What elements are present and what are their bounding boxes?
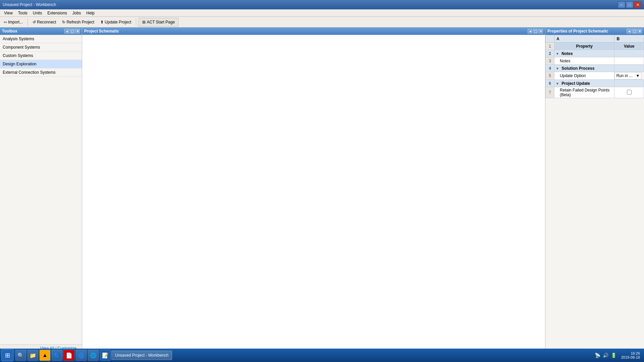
schematic-header: Project Schematic ◂ ⬚ ✕ [82, 27, 545, 35]
taskbar-icon-1[interactable]: 🔍 [15, 350, 26, 361]
act-start-page-tab[interactable]: ⊞ ACT Start Page [139, 18, 178, 26]
import-button[interactable]: ⇦ Import... [1, 18, 25, 26]
menu-tools[interactable]: Tools [15, 10, 30, 16]
taskbar-icon-8[interactable]: 📝 [100, 350, 111, 361]
table-row: 4 ▼ Solution Process [546, 65, 644, 72]
toolbox-controls: ◂ ⬚ ✕ [64, 29, 80, 34]
schematic-restore-button[interactable]: ⬚ [533, 29, 538, 34]
schematic-area[interactable] [82, 35, 545, 352]
row-num-6: 6 [546, 80, 554, 87]
collapse-icon-3[interactable]: ▼ [556, 82, 559, 85]
properties-close-button[interactable]: ✕ [637, 29, 642, 34]
import-icon: ⇦ [4, 20, 7, 24]
table-row: 6 ▼ Project Update [546, 80, 644, 87]
menu-extensions[interactable]: Extensions [45, 10, 70, 16]
taskbar-right: 📡 🔊 🔋 16:26 2019-08-18 [594, 351, 643, 359]
refresh-icon: ↻ [62, 20, 65, 24]
toolbar-separator-2 [136, 18, 136, 26]
toolbox-item-analysis-systems[interactable]: Analysis Systems [0, 35, 82, 43]
title-bar: Unsaved Project - Workbench ─ □ ✕ [0, 0, 644, 9]
act-icon: ⊞ [142, 20, 146, 24]
dropdown-arrow-icon: ▼ [636, 73, 640, 78]
toolbox-header: Toolbox ◂ ⬚ ✕ [0, 27, 82, 35]
toolbox-item-custom-systems[interactable]: Custom Systems [0, 52, 82, 60]
refresh-project-button[interactable]: ↻ Refresh Project [60, 18, 97, 26]
value-col-header: Value [614, 43, 644, 50]
table-row: 1 Property Value [546, 43, 644, 50]
properties-header: Properties of Project Schematic ◂ ⬚ ✕ [545, 27, 644, 35]
collapse-icon-2[interactable]: ▼ [556, 67, 559, 70]
toolbox-restore-button[interactable]: ⬚ [70, 29, 74, 34]
toolbox-title: Toolbox [2, 29, 17, 34]
reconnect-button[interactable]: ↺ Reconnect [30, 18, 58, 26]
reconnect-icon: ↺ [33, 20, 36, 24]
table-row: 2 ▼ Notes [546, 50, 644, 57]
taskbar-icon-4[interactable]: 🔵 [52, 350, 62, 361]
minimize-button[interactable]: ─ [618, 1, 625, 8]
network-icon[interactable]: 📡 [594, 352, 601, 359]
update-icon: ⬆ [100, 20, 104, 24]
col-a-header: A [554, 35, 614, 43]
retain-failed-checkbox[interactable] [627, 90, 632, 95]
toolbox-close-button[interactable]: ✕ [75, 29, 80, 34]
project-update-value [614, 80, 644, 87]
toolbox-item-design-exploration[interactable]: Design Exploration [0, 60, 82, 68]
table-row: 3 Notes [546, 57, 644, 65]
retain-failed-value[interactable] [614, 87, 644, 98]
taskbar-icon-2[interactable]: 📁 [28, 350, 38, 361]
schematic-controls: ◂ ⬚ ✕ [528, 29, 543, 34]
title-text: Unsaved Project - Workbench [3, 2, 56, 7]
properties-controls: ◂ ⬚ ✕ [627, 29, 642, 34]
properties-title: Properties of Project Schematic [547, 29, 608, 34]
retain-failed-property: Retain Failed Design Points (Beta) [554, 87, 614, 98]
menu-help[interactable]: Help [84, 10, 97, 16]
properties-pin-button[interactable]: ◂ [627, 29, 631, 34]
maximize-button[interactable]: □ [626, 1, 633, 8]
notes-value[interactable] [614, 57, 644, 65]
col-b-header: B [614, 35, 644, 43]
schematic-close-button[interactable]: ✕ [538, 29, 543, 34]
schematic-pin-button[interactable]: ◂ [528, 29, 532, 34]
notes-section-value [614, 50, 644, 57]
notes-property: Notes [554, 57, 614, 65]
solution-process-value [614, 65, 644, 72]
row-num-2: 2 [546, 50, 554, 57]
toolbox-item-component-systems[interactable]: Component Systems [0, 43, 82, 52]
properties-table: A B 1 Property Value 2 ▼ Notes [545, 35, 644, 98]
toolbar: ⇦ Import... ↺ Reconnect ↻ Refresh Projec… [0, 17, 644, 27]
notes-section: ▼ Notes [554, 50, 614, 57]
start-button[interactable]: ⊞ [1, 349, 13, 361]
volume-icon[interactable]: 🔊 [602, 352, 609, 359]
update-option-property: Update Option [554, 72, 614, 80]
menu-view[interactable]: View [1, 10, 15, 16]
table-row: 7 Retain Failed Design Points (Beta) [546, 87, 644, 98]
toolbox-pin-button[interactable]: ◂ [64, 29, 69, 34]
system-clock[interactable]: 16:26 2019-08-18 [619, 351, 643, 359]
taskbar-icon-5[interactable]: 📄 [64, 350, 74, 361]
toolbox-item-external-connections[interactable]: External Connection Systems [0, 68, 82, 77]
row-num-3: 3 [546, 57, 554, 65]
properties-restore-button[interactable]: ⬚ [632, 29, 637, 34]
main-area: Toolbox ◂ ⬚ ✕ Analysis Systems Component… [0, 27, 644, 352]
close-button[interactable]: ✕ [634, 1, 641, 8]
row-num-5: 5 [546, 72, 554, 80]
windows-icon: ⊞ [5, 352, 10, 359]
taskbar-app-workbench[interactable]: Unsaved Project - Workbench [111, 351, 172, 360]
taskbar-icon-7[interactable]: 🌐 [88, 350, 99, 361]
menu-jobs[interactable]: Jobs [70, 10, 84, 16]
update-project-button[interactable]: ⬆ Update Project [98, 18, 133, 26]
taskbar-icon-3[interactable]: ▲ [40, 350, 50, 361]
menu-units[interactable]: Units [30, 10, 45, 16]
table-row: 5 Update Option Run in ... ▼ [546, 72, 644, 80]
schematic-panel: Project Schematic ◂ ⬚ ✕ [82, 27, 545, 352]
update-option-value[interactable]: Run in ... ▼ [614, 72, 641, 79]
row-num-1: 1 [546, 43, 554, 50]
row-num-4: 4 [546, 65, 554, 72]
collapse-icon[interactable]: ▼ [556, 52, 559, 56]
toolbar-separator-1 [28, 18, 28, 26]
col-row-header [546, 35, 554, 43]
taskbar-icon-6[interactable]: 🌀 [76, 350, 87, 361]
toolbox-list: Analysis Systems Component Systems Custo… [0, 35, 82, 344]
menu-bar: View Tools Units Extensions Jobs Help [0, 9, 644, 17]
solution-process-section: ▼ Solution Process [554, 65, 614, 72]
